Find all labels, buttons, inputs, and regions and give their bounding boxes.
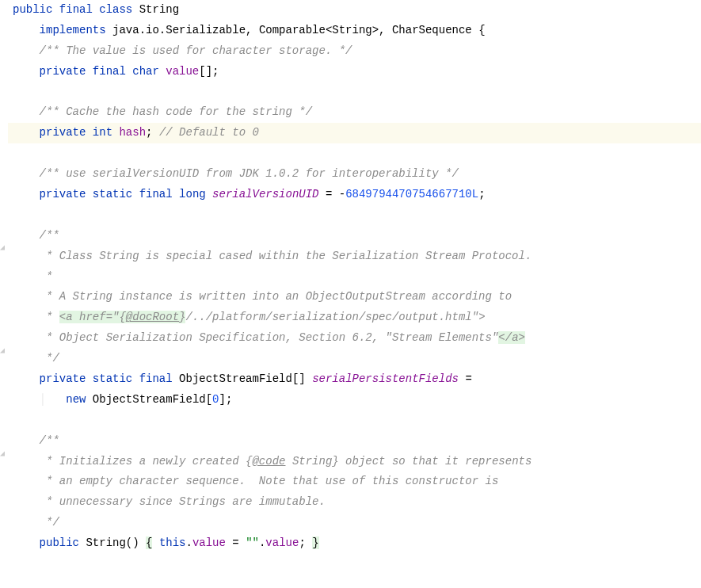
- code-line[interactable]: /**: [8, 226, 701, 246]
- warning-icon[interactable]: ◢: [0, 347, 6, 355]
- code-line[interactable]: /** use serialVersionUID from JDK 1.0.2 …: [8, 164, 701, 185]
- code-line[interactable]: */: [8, 513, 701, 533]
- marker-icon[interactable]: ▢: [0, 553, 6, 554]
- code-line[interactable]: private static final ObjectStreamField[]…: [8, 369, 701, 390]
- fold-icon[interactable]: ◢: [0, 244, 6, 252]
- code-line[interactable]: public String() { this.value = "".value;…: [8, 533, 701, 554]
- code-line[interactable]: [8, 410, 701, 431]
- code-line[interactable]: [8, 143, 701, 164]
- code-line[interactable]: /** The value is used for character stor…: [8, 41, 701, 62]
- code-line[interactable]: [8, 205, 701, 226]
- code-line[interactable]: * an empty character sequence. Note that…: [8, 472, 701, 492]
- code-line[interactable]: *: [8, 267, 701, 288]
- code-line[interactable]: * Class String is special cased within t…: [8, 246, 701, 267]
- code-line[interactable]: [8, 82, 701, 103]
- code-line[interactable]: /**: [8, 431, 701, 452]
- code-line[interactable]: * Initializes a newly created {@code Str…: [8, 452, 701, 472]
- code-line[interactable]: │ new ObjectStreamField[0];: [8, 390, 701, 410]
- code-editor[interactable]: ◢ ◢ ◢ ▢ public final class String implem…: [0, 0, 701, 554]
- code-line[interactable]: public final class String: [8, 0, 701, 21]
- code-line[interactable]: private final char value[];: [8, 62, 701, 82]
- code-line[interactable]: * <a href="{@docRoot}/../platform/serial…: [8, 307, 701, 328]
- code-line[interactable]: private static final long serialVersionU…: [8, 185, 701, 205]
- code-line[interactable]: * A String instance is written into an O…: [8, 287, 701, 307]
- fold-icon[interactable]: ◢: [0, 450, 6, 458]
- code-line[interactable]: /** Cache the hash code for the string *…: [8, 102, 701, 123]
- code-line[interactable]: * Object Serialization Specification, Se…: [8, 328, 701, 349]
- code-line[interactable]: */: [8, 349, 701, 369]
- code-line[interactable]: implements java.io.Serializable, Compara…: [8, 21, 701, 41]
- code-line-highlighted[interactable]: private int hash; // Default to 0: [8, 123, 701, 143]
- code-line[interactable]: * unnecessary since Strings are immutabl…: [8, 492, 701, 513]
